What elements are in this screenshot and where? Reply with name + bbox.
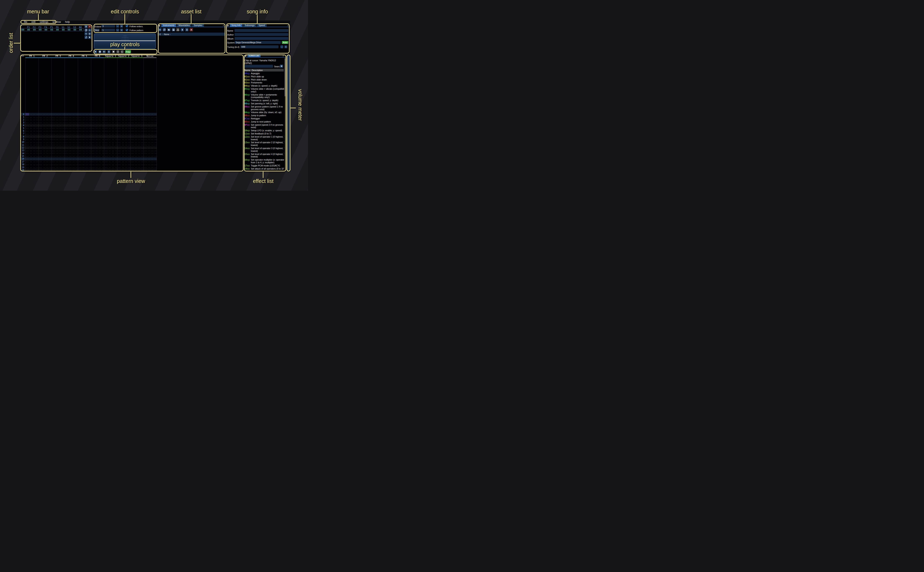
pattern-cell[interactable]: ... .. .. .... xyxy=(91,130,104,132)
pattern-cell[interactable]: ... .. .. .... xyxy=(91,127,104,129)
pattern-cell[interactable]: ... .. .. .... xyxy=(117,161,130,162)
pattern-cell[interactable]: ... .. .. .... xyxy=(130,119,143,121)
pattern-cell[interactable]: ... .. .. .... xyxy=(91,147,104,149)
pattern-cell[interactable]: ... .. .. .... xyxy=(91,116,104,118)
pattern-cell[interactable]: ... .. .. .... xyxy=(143,141,157,143)
pattern-cell[interactable]: ... .. .. .... xyxy=(130,127,143,129)
stop-button[interactable] xyxy=(112,50,115,53)
pattern-cell[interactable]: ... .. .. .... xyxy=(39,164,52,165)
pattern-cell[interactable]: ... .. .. .... xyxy=(78,130,91,132)
pattern-cell[interactable]: ... .. .. .... xyxy=(91,141,104,143)
pattern-cell[interactable]: ... .. .. .... xyxy=(130,164,143,165)
pattern-cell[interactable]: ... .. .. .... xyxy=(104,136,117,137)
menu-item-edit[interactable]: edit xyxy=(29,20,37,23)
pattern-cell[interactable]: ... .. .. .... xyxy=(117,127,130,129)
channel-header-fm-1[interactable]: FM 1 xyxy=(25,55,39,58)
pattern-cell[interactable]: ... .. .. .... xyxy=(78,158,91,160)
pattern-cell[interactable]: ... .. .. .... xyxy=(25,169,39,171)
pattern-cell[interactable]: ... .. .. .... xyxy=(65,113,78,115)
pattern-cell[interactable]: ... .. .. .... xyxy=(130,116,143,118)
channel-header-fm-3[interactable]: FM 3 xyxy=(51,55,65,58)
pattern-cell[interactable]: ... .. .. .... xyxy=(130,113,143,115)
pattern-cell[interactable]: ... .. .. .... xyxy=(91,161,104,162)
album-input[interactable] xyxy=(235,37,288,40)
pattern-cell[interactable]: ... .. .. .... xyxy=(65,161,78,162)
pattern-cell[interactable]: ... .. .. .... xyxy=(130,152,143,154)
order-cell[interactable]: 00 xyxy=(66,28,72,31)
pattern-cell[interactable]: ... .. .. .... xyxy=(117,122,130,123)
menu-item-help[interactable]: help xyxy=(63,20,72,23)
pattern-cell[interactable]: ... .. .. .... xyxy=(117,144,130,146)
pattern-cell[interactable]: ... .. .. .... xyxy=(117,119,130,121)
pattern-cell[interactable]: ... .. .. .... xyxy=(25,144,39,146)
pattern-cell[interactable]: ... .. .. .... xyxy=(39,130,52,132)
order-cell[interactable]: 00 xyxy=(78,28,84,31)
order-cell[interactable]: 00 xyxy=(55,28,61,31)
deep-clone-order-button[interactable] xyxy=(84,36,88,39)
order-cell[interactable]: 00 xyxy=(43,28,49,31)
pattern-cell[interactable]: ... .. .. .... xyxy=(91,164,104,165)
pattern-cell[interactable]: ... .. .. .... xyxy=(91,124,104,126)
channel-header-square-2[interactable]: Square 2 xyxy=(117,55,130,58)
effect-list-close-icon[interactable] xyxy=(282,54,285,57)
pattern-cell[interactable]: ... .. .. .... xyxy=(51,141,65,143)
pattern-cell[interactable]: ... .. .. .... xyxy=(117,116,130,118)
channel-header-noise[interactable]: Noise xyxy=(143,55,157,58)
pattern-cell[interactable]: ... .. .. .... xyxy=(143,130,157,132)
pattern-cell[interactable]: ... .. .. .... xyxy=(143,133,157,135)
channel-header-fm-5[interactable]: FM 5 xyxy=(78,55,91,58)
pattern-cell[interactable]: ... .. .. .... xyxy=(104,169,117,171)
tuning-minus-button[interactable]: - xyxy=(280,45,283,48)
pattern-cell[interactable]: ... .. .. .... xyxy=(104,113,117,115)
pattern-cell[interactable]: ... .. .. .... xyxy=(51,144,65,146)
channel-header-square-3[interactable]: Square 3 xyxy=(130,55,143,58)
pattern-cell[interactable]: ... .. .. .... xyxy=(78,152,91,154)
pattern-cell[interactable]: ... .. .. .... xyxy=(65,119,78,121)
tuning-plus-button[interactable]: + xyxy=(284,45,287,48)
play-button[interactable] xyxy=(94,50,97,53)
pattern-cell[interactable]: ... .. .. .... xyxy=(39,124,52,126)
octave-plus-button[interactable]: + xyxy=(120,25,123,28)
order-cell[interactable]: 00 xyxy=(37,28,43,31)
pattern-cell[interactable]: ... .. .. .... xyxy=(91,113,104,115)
pattern-cell[interactable]: ... .. .. .... xyxy=(91,136,104,137)
pattern-cell[interactable]: ... .. .. .... xyxy=(39,138,52,140)
pattern-cell[interactable]: ... .. .. .... xyxy=(130,147,143,149)
pattern-cell[interactable]: ... .. .. .... xyxy=(51,155,65,157)
pattern-cell[interactable]: ... .. .. .... xyxy=(130,133,143,135)
pattern-cell[interactable]: ... .. .. .... xyxy=(39,147,52,149)
author-input[interactable] xyxy=(235,33,288,36)
pattern-cell[interactable]: ... .. .. .... xyxy=(65,130,78,132)
pattern-cell[interactable]: ... .. .. .... xyxy=(78,127,91,129)
pattern-cell[interactable]: ... .. .. .... xyxy=(117,136,130,137)
pattern-cell[interactable]: ... .. .. .... xyxy=(78,141,91,143)
pattern-cell[interactable]: ... .. .. .... xyxy=(39,119,52,121)
move-instrument-up-button[interactable] xyxy=(181,28,184,31)
system-auto-button[interactable]: Auto xyxy=(282,41,288,44)
pattern-cell[interactable]: ... .. .. .... xyxy=(104,155,117,157)
menu-item-file[interactable]: file xyxy=(22,20,29,23)
pattern-cell[interactable]: ... .. .. .... xyxy=(130,150,143,151)
pattern-cursor-cell[interactable] xyxy=(25,113,29,116)
channel-header-square-1[interactable]: Square 1 xyxy=(104,55,117,58)
pattern-cell[interactable]: ... .. .. .... xyxy=(143,136,157,137)
pattern-cell[interactable]: ... .. .. .... xyxy=(117,141,130,143)
step-input[interactable]: 1 xyxy=(101,29,115,31)
pattern-cell[interactable]: ... .. .. .... xyxy=(78,138,91,140)
repeat-pattern-button[interactable] xyxy=(120,50,124,53)
pattern-cell[interactable]: ... .. .. .... xyxy=(51,122,65,123)
pattern-cell[interactable]: ... .. .. .... xyxy=(78,169,91,171)
order-change-mode-button[interactable] xyxy=(88,36,91,39)
pattern-cell[interactable]: ... .. .. .... xyxy=(91,138,104,140)
channel-header-fm-6[interactable]: FM 6 xyxy=(91,55,104,58)
song-info-close-icon[interactable] xyxy=(287,24,289,27)
pattern-cell[interactable]: ... .. .. .... xyxy=(104,141,117,143)
pattern-cell[interactable]: ... .. .. .... xyxy=(91,166,104,168)
pattern-cell[interactable]: ... .. .. .... xyxy=(91,158,104,160)
pattern-cell[interactable]: ... .. .. .... xyxy=(104,166,117,168)
pattern-cell[interactable]: ... .. .. .... xyxy=(104,164,117,165)
pattern-cell[interactable]: ... .. .. .... xyxy=(65,152,78,154)
pattern-cell[interactable]: ... .. .. .... xyxy=(39,116,52,118)
pattern-cell[interactable]: ... .. .. .... xyxy=(130,155,143,157)
pattern-cell[interactable]: ... .. .. .... xyxy=(130,169,143,171)
